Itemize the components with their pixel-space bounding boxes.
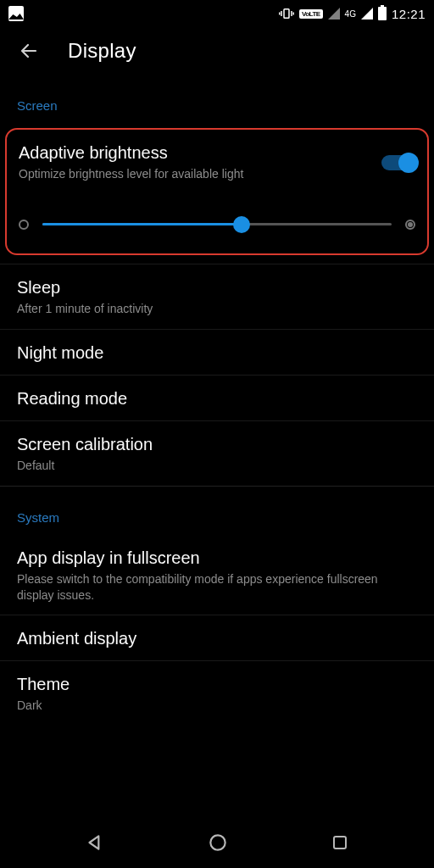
nav-back-button[interactable]: [84, 832, 106, 857]
app-fullscreen-title: App display in fullscreen: [17, 548, 417, 568]
nav-recents-button[interactable]: [330, 832, 350, 856]
svg-marker-6: [90, 836, 99, 849]
app-fullscreen-row[interactable]: App display in fullscreen Please switch …: [0, 535, 434, 616]
brightness-slider[interactable]: [19, 220, 415, 230]
brightness-high-icon: [405, 220, 415, 230]
screen-calibration-title: Screen calibration: [17, 435, 417, 454]
svg-rect-0: [284, 9, 289, 19]
theme-subtitle: Dark: [17, 698, 417, 714]
signal-icon-2: [361, 8, 373, 19]
page-title: Display: [68, 39, 136, 63]
brightness-low-icon: [19, 220, 29, 230]
vibrate-icon: [279, 7, 294, 20]
reading-mode-row[interactable]: Reading mode: [0, 376, 434, 421]
screen-calibration-row[interactable]: Screen calibration Default: [0, 421, 434, 486]
slider-track[interactable]: [42, 223, 392, 225]
network-type: 4G: [345, 9, 356, 19]
ambient-display-row[interactable]: Ambient display: [0, 615, 434, 661]
navigation-bar: [0, 821, 434, 868]
slider-fill: [42, 223, 242, 225]
sleep-title: Sleep: [17, 278, 417, 298]
app-fullscreen-subtitle: Please switch to the compatibility mode …: [17, 571, 417, 604]
sleep-subtitle: After 1 minute of inactivity: [17, 301, 417, 317]
battery-icon: [378, 7, 387, 20]
sleep-row[interactable]: Sleep After 1 minute of inactivity: [0, 264, 434, 330]
night-mode-row[interactable]: Night mode: [0, 330, 434, 376]
section-screen: Screen: [0, 75, 434, 123]
screen-calibration-subtitle: Default: [17, 458, 417, 474]
section-system: System: [0, 487, 434, 535]
reading-mode-title: Reading mode: [17, 389, 417, 409]
volte-badge: VoLTE: [299, 9, 323, 19]
gallery-notification-icon: [8, 6, 24, 21]
slider-thumb[interactable]: [233, 216, 250, 233]
settings-list: Screen Adaptive brightness Optimize brig…: [0, 75, 434, 726]
svg-point-7: [210, 835, 225, 849]
theme-title: Theme: [17, 675, 417, 694]
signal-icon-1: [328, 8, 340, 19]
ambient-display-title: Ambient display: [17, 629, 417, 648]
theme-row[interactable]: Theme Dark: [0, 661, 434, 726]
adaptive-brightness-highlight: Adaptive brightness Optimize brightness …: [5, 128, 429, 255]
adaptive-brightness-row[interactable]: Adaptive brightness Optimize brightness …: [19, 143, 415, 182]
back-button[interactable]: [17, 41, 41, 61]
adaptive-brightness-toggle[interactable]: [381, 155, 415, 170]
status-bar: VoLTE 4G 12:21: [0, 0, 434, 27]
adaptive-brightness-subtitle: Optimize brightness level for available …: [19, 166, 243, 182]
nav-home-button[interactable]: [207, 832, 229, 857]
clock: 12:21: [392, 7, 426, 21]
app-bar: Display: [0, 27, 434, 75]
adaptive-brightness-title: Adaptive brightness: [19, 143, 243, 163]
svg-rect-8: [334, 837, 346, 849]
toggle-knob: [398, 153, 419, 173]
night-mode-title: Night mode: [17, 343, 417, 363]
